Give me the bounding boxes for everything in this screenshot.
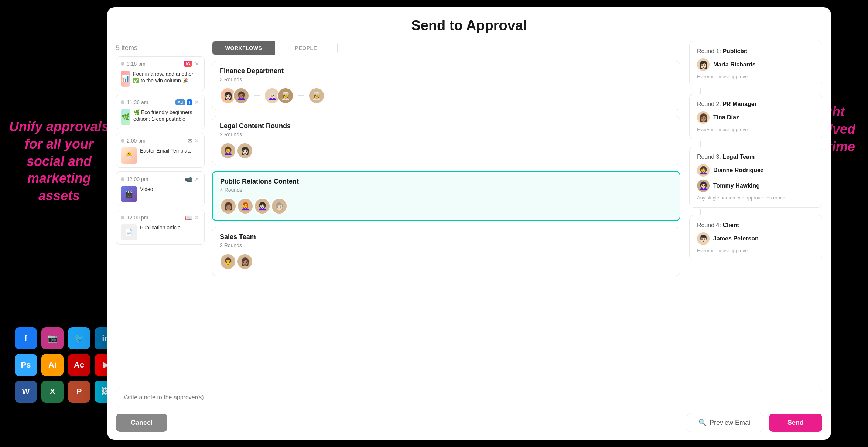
time-dot xyxy=(121,216,124,219)
round-card: Round 2: PR Manager 👩🏽 Tina Díaz Everyon… xyxy=(689,94,822,139)
twitter-icon-box[interactable]: 🐦 xyxy=(68,327,90,349)
instagram-icon-box[interactable]: 📷 xyxy=(41,327,64,349)
modal-title: Send to Approval xyxy=(122,18,816,34)
workflow-name: Sales Team xyxy=(220,233,673,241)
item-content: 📊 Four in a row, add another ✅ to the wi… xyxy=(121,71,200,87)
round-rule: Everyone must approve xyxy=(697,74,814,79)
item-time-row: 12:00 pm 📖 ✕ xyxy=(121,214,200,221)
workflow-card[interactable]: Sales Team 2 Rounds 👨👩🏽 xyxy=(212,227,680,276)
close-icon[interactable]: ✕ xyxy=(194,214,200,221)
powerpoint-icon-box[interactable]: P xyxy=(68,381,90,403)
items-panel: 5 items 3:18 pm IG ✕ 📊 Four in a row, ad… xyxy=(116,41,205,382)
item-time-row: 2:00 pm ✉ ✕ xyxy=(121,137,200,144)
item-time: 11:36 am xyxy=(121,99,148,105)
round-avatar: 👩🏻 xyxy=(697,58,710,71)
illustrator-icon-box[interactable]: Ai xyxy=(41,354,64,376)
round-person: 👩🏻 Marla Richards xyxy=(697,58,814,71)
item-time-row: 12:00 pm 📹 ✕ xyxy=(121,175,200,183)
workflow-rounds: 4 Rounds xyxy=(220,187,672,193)
avatar-group: 👩🏻👩🏽‍🦱 xyxy=(220,88,249,104)
workflow-name: Legal Content Rounds xyxy=(220,122,673,130)
time-dot xyxy=(121,139,124,143)
time-dot xyxy=(121,62,124,66)
workflow-card[interactable]: Public Relations Content 4 Rounds 👩🏽👩‍🦰👩… xyxy=(212,171,680,221)
round-person-name: Marla Richards xyxy=(713,61,756,68)
fb-badge: f xyxy=(187,99,192,105)
rounds-panel: Round 1: Publicist 👩🏻 Marla Richards Eve… xyxy=(689,41,822,382)
workflow-avatars: 👨👩🏽 xyxy=(220,253,673,270)
badges-row: Adf ✕ xyxy=(175,99,200,106)
tab-bar: WORKFLOWS PEOPLE xyxy=(212,41,338,55)
app-icons-grid: f📷🐦inPsAiAc▶WXP🖼 xyxy=(15,327,117,403)
close-icon[interactable]: ✕ xyxy=(194,60,200,68)
ig-badge: IG xyxy=(184,61,192,67)
round-card: Round 1: Publicist 👩🏻 Marla Richards Eve… xyxy=(689,41,822,86)
send-button[interactable]: Send xyxy=(769,414,822,432)
item-content: 🎬 Video xyxy=(121,186,200,202)
excel-icon-box[interactable]: X xyxy=(41,381,64,403)
round-title: Round 3: Legal Team xyxy=(697,154,814,160)
workflow-card[interactable]: Legal Content Rounds 2 Rounds 👩‍🦱👩🏻 xyxy=(212,116,680,165)
cancel-button[interactable]: Cancel xyxy=(116,414,167,432)
workflows-panel: WORKFLOWS PEOPLE Finance Department 3 Ro… xyxy=(212,41,682,382)
avatar: 👳 xyxy=(277,88,294,104)
item-card[interactable]: 12:00 pm 📖 ✕ 📄 Publication article xyxy=(116,210,205,245)
close-icon[interactable]: ✕ xyxy=(194,175,200,183)
facebook-icon-box[interactable]: f xyxy=(15,327,37,349)
workflow-avatars: 👩🏻👩🏽‍🦱👩🏻‍🦳👳👳 xyxy=(220,88,673,104)
item-content: 📄 Publication article xyxy=(121,224,200,240)
modal-footer: Cancel 🔍 Preview Email Send xyxy=(107,382,831,440)
round-title: Round 1: Publicist xyxy=(697,48,814,55)
close-icon[interactable]: ✕ xyxy=(194,99,200,106)
avatar-separator xyxy=(254,95,260,96)
article-icon: 📖 xyxy=(185,214,192,221)
avatar-group: 👩🏻‍🦳👳 xyxy=(264,88,294,104)
tab-people[interactable]: PEOPLE xyxy=(275,41,337,55)
search-icon: 🔍 xyxy=(698,419,707,427)
workflow-card[interactable]: Finance Department 3 Rounds 👩🏻👩🏽‍🦱👩🏻‍🦳👳👳 xyxy=(212,61,680,110)
item-card[interactable]: 3:18 pm IG ✕ 📊 Four in a row, add anothe… xyxy=(116,56,205,91)
item-text: Easter Email Template xyxy=(140,147,192,154)
workflow-rounds: 2 Rounds xyxy=(220,242,673,248)
item-time: 12:00 pm xyxy=(121,176,148,182)
item-text: 🌿 Eco friendly beginners edition: 1-comp… xyxy=(133,109,200,122)
item-card[interactable]: 11:36 am Adf ✕ 🌿 🌿 Eco friendly beginner… xyxy=(116,95,205,129)
modal-body: 5 items 3:18 pm IG ✕ 📊 Four in a row, ad… xyxy=(107,41,831,382)
avatar: 👩🏻‍🦱 xyxy=(254,198,270,214)
round-avatar: 👩🏽 xyxy=(697,111,710,124)
avatar: 👩🏽 xyxy=(220,198,236,214)
avatar: 👩🏽 xyxy=(237,253,253,270)
preview-email-button[interactable]: 🔍 Preview Email xyxy=(687,413,763,432)
time-dot xyxy=(121,100,124,104)
round-person: 👨🏻 James Peterson xyxy=(697,232,814,245)
workflow-name: Public Relations Content xyxy=(220,178,672,185)
item-text: Publication article xyxy=(140,224,181,231)
workflow-name: Finance Department xyxy=(220,67,673,75)
item-card[interactable]: 2:00 pm ✉ ✕ 🐣 Easter Email Template xyxy=(116,133,205,168)
avatar: 👩🏽‍🦱 xyxy=(233,88,249,104)
photoshop-icon-box[interactable]: Ps xyxy=(15,354,37,376)
time-label: 2:00 pm xyxy=(127,138,146,144)
close-icon[interactable]: ✕ xyxy=(194,137,200,144)
workflows-list: Finance Department 3 Rounds 👩🏻👩🏽‍🦱👩🏻‍🦳👳👳… xyxy=(212,61,682,382)
item-time: 3:18 pm xyxy=(121,61,146,67)
time-label: 12:00 pm xyxy=(127,176,148,182)
items-list: 3:18 pm IG ✕ 📊 Four in a row, add anothe… xyxy=(116,56,205,248)
workflow-avatars: 👩🏽👩‍🦰👩🏻‍🦱🧓🏻 xyxy=(220,198,672,214)
acrobat-icon-box[interactable]: Ac xyxy=(68,354,90,376)
round-connector xyxy=(700,88,822,94)
items-count: 5 items xyxy=(116,41,205,56)
round-person-name-2: Tommy Hawking xyxy=(713,182,760,189)
item-card[interactable]: 12:00 pm 📹 ✕ 🎬 Video xyxy=(116,171,205,206)
round-card: Round 4: Client 👨🏻 James Peterson Everyo… xyxy=(689,215,822,260)
time-label: 3:18 pm xyxy=(127,61,146,67)
word-icon-box[interactable]: W xyxy=(15,381,37,403)
round-connector xyxy=(700,141,822,147)
modal: Send to Approval 5 items 3:18 pm IG ✕ 📊 … xyxy=(107,7,831,440)
note-input[interactable] xyxy=(116,388,822,407)
item-time-row: 11:36 am Adf ✕ xyxy=(121,99,200,106)
item-time: 2:00 pm xyxy=(121,138,146,144)
round-rule: Any single person can approve this round xyxy=(697,195,814,201)
round-connector xyxy=(700,209,822,215)
tab-workflows[interactable]: WORKFLOWS xyxy=(212,41,275,55)
